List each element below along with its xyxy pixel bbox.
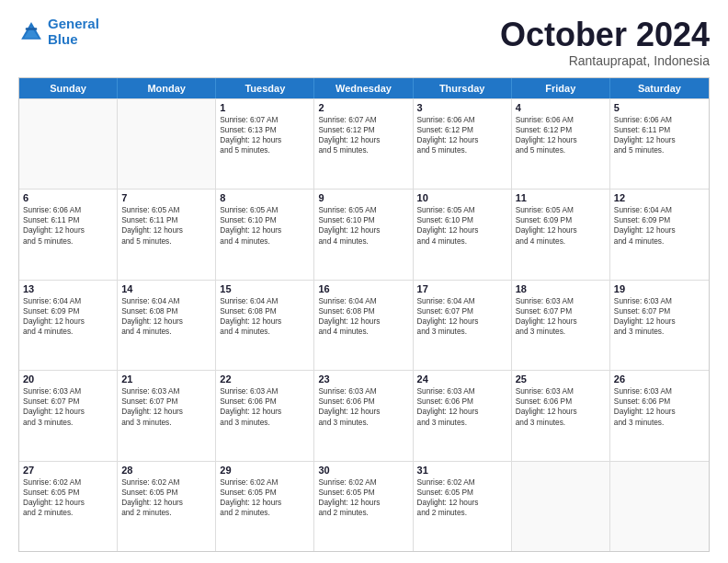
cell-info-line: Sunset: 6:09 PM xyxy=(516,215,606,225)
cell-info-line: Daylight: 12 hours xyxy=(516,135,606,145)
calendar-cell: 29Sunrise: 6:02 AMSunset: 6:05 PMDayligh… xyxy=(216,462,314,551)
cell-info-line: Sunset: 6:08 PM xyxy=(121,306,211,316)
calendar-cell: 6Sunrise: 6:06 AMSunset: 6:11 PMDaylight… xyxy=(19,190,118,279)
cell-info-line: Daylight: 12 hours xyxy=(614,135,705,145)
calendar-cell: 15Sunrise: 6:04 AMSunset: 6:08 PMDayligh… xyxy=(216,281,314,370)
cell-info-line: Sunrise: 6:03 AM xyxy=(318,386,408,396)
cell-info-line: Sunrise: 6:02 AM xyxy=(220,477,310,488)
day-number: 25 xyxy=(516,373,606,385)
cell-info-line: Daylight: 12 hours xyxy=(417,316,507,327)
calendar-cell: 28Sunrise: 6:02 AMSunset: 6:05 PMDayligh… xyxy=(118,462,216,551)
cell-info-line: Daylight: 12 hours xyxy=(417,225,507,236)
cell-info-line: Sunset: 6:12 PM xyxy=(417,125,507,135)
day-number: 29 xyxy=(220,465,310,476)
cell-info-line: Daylight: 12 hours xyxy=(23,225,113,236)
weekday-header-saturday: Saturday xyxy=(610,78,709,98)
cell-info-line: Sunrise: 6:03 AM xyxy=(23,386,113,396)
cell-info-line: and 5 minutes. xyxy=(417,145,507,155)
cell-info-line: Sunrise: 6:05 AM xyxy=(417,205,507,215)
calendar-cell: 13Sunrise: 6:04 AMSunset: 6:09 PMDayligh… xyxy=(19,281,118,370)
cell-info-line: Sunrise: 6:05 AM xyxy=(318,205,408,215)
cell-info-line: Sunset: 6:08 PM xyxy=(220,306,310,316)
weekday-header-thursday: Thursday xyxy=(414,78,512,98)
cell-info-line: Sunrise: 6:03 AM xyxy=(516,386,606,396)
day-number: 4 xyxy=(516,102,606,113)
cell-info-line: Daylight: 12 hours xyxy=(318,316,408,327)
day-number: 30 xyxy=(318,465,408,476)
day-number: 24 xyxy=(417,373,507,385)
cell-info-line: Daylight: 12 hours xyxy=(220,498,310,508)
cell-info-line: and 2 minutes. xyxy=(417,508,507,518)
cell-info-line: and 4 minutes. xyxy=(417,236,507,247)
logo-line1: General xyxy=(48,16,99,31)
cell-info-line: Sunset: 6:10 PM xyxy=(318,215,408,225)
cell-info-line: Daylight: 12 hours xyxy=(516,407,606,417)
cell-info-line: Sunset: 6:09 PM xyxy=(614,215,705,225)
weekday-header-monday: Monday xyxy=(118,78,216,98)
cell-info-line: and 2 minutes. xyxy=(318,508,408,518)
cell-info-line: Sunrise: 6:03 AM xyxy=(417,386,507,396)
cell-info-line: Sunrise: 6:05 AM xyxy=(516,205,606,215)
cell-info-line: Daylight: 12 hours xyxy=(121,498,211,508)
day-number: 5 xyxy=(614,102,705,113)
location-subtitle: Rantauprapat, Indonesia xyxy=(500,53,710,68)
cell-info-line: Daylight: 12 hours xyxy=(516,225,606,236)
cell-info-line: Sunset: 6:06 PM xyxy=(318,396,408,407)
cell-info-line: Sunset: 6:07 PM xyxy=(417,306,507,316)
day-number: 1 xyxy=(220,102,310,113)
cell-info-line: and 3 minutes. xyxy=(614,418,705,428)
calendar-cell: 16Sunrise: 6:04 AMSunset: 6:08 PMDayligh… xyxy=(314,281,413,370)
calendar-cell: 24Sunrise: 6:03 AMSunset: 6:06 PMDayligh… xyxy=(414,371,512,460)
cell-info-line: Sunset: 6:05 PM xyxy=(220,488,310,498)
calendar-cell: 19Sunrise: 6:03 AMSunset: 6:07 PMDayligh… xyxy=(610,281,709,370)
day-number: 12 xyxy=(614,192,705,203)
day-number: 28 xyxy=(121,465,211,476)
day-number: 19 xyxy=(614,283,705,294)
cell-info-line: Sunset: 6:10 PM xyxy=(417,215,507,225)
cell-info-line: and 4 minutes. xyxy=(220,327,310,337)
calendar-cell: 25Sunrise: 6:03 AMSunset: 6:06 PMDayligh… xyxy=(512,371,610,460)
cell-info-line: Daylight: 12 hours xyxy=(121,225,211,236)
cell-info-line: and 5 minutes. xyxy=(220,145,310,155)
calendar-cell: 10Sunrise: 6:05 AMSunset: 6:10 PMDayligh… xyxy=(414,190,512,279)
day-number: 10 xyxy=(417,192,507,203)
cell-info-line: Sunset: 6:06 PM xyxy=(614,396,705,407)
cell-info-line: Sunrise: 6:02 AM xyxy=(417,477,507,488)
cell-info-line: Sunset: 6:05 PM xyxy=(417,488,507,498)
calendar-header: SundayMondayTuesdayWednesdayThursdayFrid… xyxy=(19,78,709,98)
cell-info-line: Daylight: 12 hours xyxy=(23,407,113,417)
month-title: October 2024 xyxy=(500,17,710,53)
logo: General Blue xyxy=(18,17,99,47)
calendar-cell: 5Sunrise: 6:06 AMSunset: 6:11 PMDaylight… xyxy=(610,99,709,189)
cell-info-line: Sunset: 6:12 PM xyxy=(516,125,606,135)
cell-info-line: Sunrise: 6:03 AM xyxy=(614,386,705,396)
cell-info-line: Daylight: 12 hours xyxy=(220,407,310,417)
cell-info-line: Daylight: 12 hours xyxy=(318,225,408,236)
cell-info-line: Sunset: 6:13 PM xyxy=(220,125,310,135)
day-number: 21 xyxy=(121,373,211,385)
cell-info-line: Sunset: 6:08 PM xyxy=(318,306,408,316)
cell-info-line: and 4 minutes. xyxy=(318,236,408,247)
day-number: 22 xyxy=(220,373,310,385)
calendar-cell: 2Sunrise: 6:07 AMSunset: 6:12 PMDaylight… xyxy=(314,99,413,189)
cell-info-line: Sunset: 6:11 PM xyxy=(23,215,113,225)
cell-info-line: Sunset: 6:11 PM xyxy=(614,125,705,135)
cell-info-line: Sunrise: 6:03 AM xyxy=(121,386,211,396)
day-number: 9 xyxy=(318,192,408,203)
calendar-cell: 3Sunrise: 6:06 AMSunset: 6:12 PMDaylight… xyxy=(414,99,512,189)
day-number: 3 xyxy=(417,102,507,113)
cell-info-line: Sunrise: 6:04 AM xyxy=(121,296,211,306)
cell-info-line: Sunset: 6:07 PM xyxy=(121,396,211,407)
weekday-header-tuesday: Tuesday xyxy=(216,78,314,98)
logo-icon xyxy=(18,19,44,45)
cell-info-line: Sunrise: 6:02 AM xyxy=(318,477,408,488)
calendar-cell xyxy=(512,462,610,551)
cell-info-line: Sunrise: 6:05 AM xyxy=(220,205,310,215)
cell-info-line: Sunrise: 6:06 AM xyxy=(614,115,705,125)
cell-info-line: Sunrise: 6:06 AM xyxy=(23,205,113,215)
title-block: October 2024 Rantauprapat, Indonesia xyxy=(500,17,710,68)
day-number: 14 xyxy=(121,283,211,294)
cell-info-line: Sunrise: 6:04 AM xyxy=(318,296,408,306)
cell-info-line: and 4 minutes. xyxy=(516,236,606,247)
cell-info-line: Daylight: 12 hours xyxy=(318,498,408,508)
